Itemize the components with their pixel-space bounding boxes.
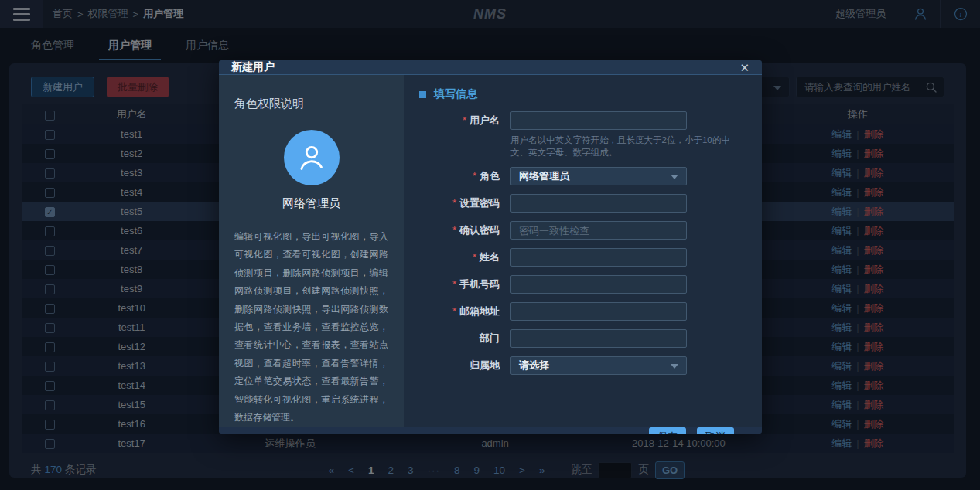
field-label: *用户名 (419, 111, 510, 158)
chevron-down-icon (671, 175, 678, 179)
chevron-down-icon (671, 364, 678, 369)
form-row: *邮箱地址 (419, 302, 762, 321)
new-user-form: *用户名用户名以中英文字符开始，且长度大于2位，小于10的中文、英文字母、数字组… (419, 111, 762, 375)
field-control: 请选择 (510, 356, 687, 375)
fill-info-title: 填写信息 (434, 87, 477, 101)
部门-input[interactable] (510, 329, 687, 348)
role-permissions-text: 编辑可视化图，导出可视化图，导入可视化图，查看可视化图，创建网路侦测项目，删除网… (234, 228, 388, 427)
modal-body: 角色权限说明 网络管理员 编辑可视化图，导出可视化图，导入可视化图，查看可视化图… (219, 75, 762, 427)
modal-footer: 保存 取消 (219, 427, 762, 434)
field-control (510, 275, 687, 294)
cancel-button[interactable]: 取消 (697, 427, 734, 434)
modal-header: 新建用户 ✕ (219, 60, 762, 75)
form-row: *设置密码 (419, 194, 762, 213)
field-control (510, 302, 687, 321)
close-icon[interactable]: ✕ (739, 62, 750, 73)
avatar (284, 130, 340, 185)
form-row: 部门 (419, 329, 762, 348)
form-row: *手机号码 (419, 275, 762, 294)
field-label: *确认密码 (419, 221, 510, 240)
section-title: 填写信息 (419, 87, 762, 101)
required-asterisk: * (452, 224, 456, 236)
field-label: *手机号码 (419, 275, 510, 294)
用户名-input[interactable] (510, 111, 687, 130)
邮箱地址-input[interactable] (510, 302, 687, 321)
field-control: 用户名以中英文字符开始，且长度大于2位，小于10的中文、英文字母、数字组成。 (510, 111, 687, 158)
角色-select[interactable]: 网络管理员 (510, 167, 687, 185)
required-asterisk: * (452, 305, 456, 317)
modal-title: 新建用户 (231, 60, 275, 74)
field-label: *邮箱地址 (419, 302, 510, 321)
form-row: *姓名 (419, 248, 762, 267)
required-asterisk: * (452, 278, 456, 290)
field-label: *姓名 (419, 248, 510, 267)
person-icon (294, 140, 330, 175)
new-user-modal: 新建用户 ✕ 角色权限说明 网络管理员 编辑可视化图，导出可视化图，导入可视化图… (219, 60, 762, 434)
required-asterisk: * (463, 114, 466, 126)
save-button[interactable]: 保存 (649, 427, 686, 434)
field-label: *设置密码 (419, 194, 510, 213)
field-control (510, 329, 687, 348)
field-label: 部门 (419, 329, 510, 348)
section-bullet-icon (419, 91, 426, 98)
设置密码-input[interactable] (510, 194, 687, 213)
form-row: *确认密码 (419, 221, 762, 240)
field-label: 归属地 (419, 356, 510, 375)
field-control (510, 248, 687, 267)
form-row: *用户名用户名以中英文字符开始，且长度大于2位，小于10的中文、英文字母、数字组… (419, 111, 762, 158)
required-asterisk: * (473, 170, 476, 182)
role-name: 网络管理员 (234, 196, 388, 211)
field-control (510, 221, 687, 240)
field-control: 网络管理员 (510, 167, 687, 185)
form-panel: 填写信息 *用户名用户名以中英文字符开始，且长度大于2位，小于10的中文、英文字… (404, 75, 762, 427)
required-asterisk: * (452, 197, 456, 209)
field-control (510, 194, 687, 213)
归属地-select[interactable]: 请选择 (510, 356, 687, 375)
姓名-input[interactable] (510, 248, 687, 267)
field-helper-text: 用户名以中英文字符开始，且长度大于2位，小于10的中文、英文字母、数字组成。 (510, 134, 743, 158)
form-row: *角色网络管理员 (419, 167, 762, 185)
确认密码-input[interactable] (510, 221, 687, 240)
required-asterisk: * (473, 251, 476, 263)
form-row: 归属地请选择 (419, 356, 762, 375)
手机号码-input[interactable] (510, 275, 687, 294)
role-description-panel: 角色权限说明 网络管理员 编辑可视化图，导出可视化图，导入可视化图，查看可视化图… (219, 75, 404, 427)
role-permission-heading: 角色权限说明 (234, 97, 388, 111)
field-label: *角色 (419, 167, 510, 185)
